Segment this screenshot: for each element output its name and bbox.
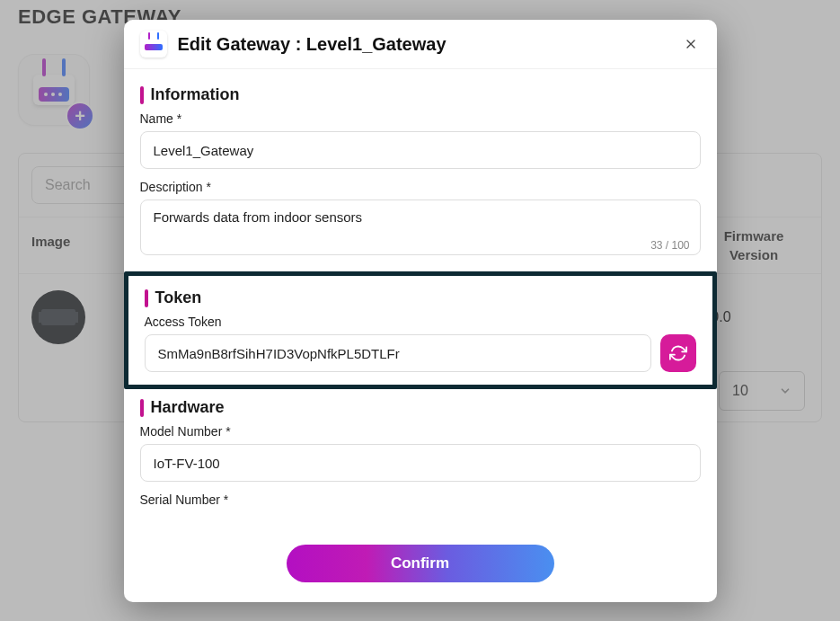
information-heading: Information [151,85,240,104]
name-label: Name * [140,111,701,126]
section-token: Token [145,288,696,307]
description-input[interactable] [140,200,701,255]
gateway-icon [140,31,167,58]
token-heading: Token [155,288,202,307]
confirm-button[interactable]: Confirm [287,545,554,582]
modal-body: Information Name * Description * 33 / 10… [124,69,717,532]
refresh-icon [669,344,687,362]
section-hardware: Hardware [140,398,701,417]
name-input[interactable] [140,131,701,169]
access-token-label: Access Token [145,315,696,329]
section-information: Information [140,85,701,104]
access-token-input[interactable] [145,334,651,372]
model-number-input[interactable] [140,444,701,482]
hardware-heading: Hardware [151,398,225,417]
serial-number-label: Serial Number * [140,492,701,507]
regenerate-token-button[interactable] [660,334,696,372]
description-counter: 33 / 100 [650,239,689,252]
token-section-highlight: Token Access Token [124,271,717,389]
modal-header: Edit Gateway : Level1_Gateway [124,20,717,69]
modal-title: Edit Gateway : Level1_Gateway [178,34,447,55]
description-label: Description * [140,180,701,194]
modal-footer: Confirm [124,532,717,602]
edit-gateway-modal: Edit Gateway : Level1_Gateway Informatio… [124,20,717,602]
close-button[interactable] [681,34,701,54]
model-number-label: Model Number * [140,424,701,439]
